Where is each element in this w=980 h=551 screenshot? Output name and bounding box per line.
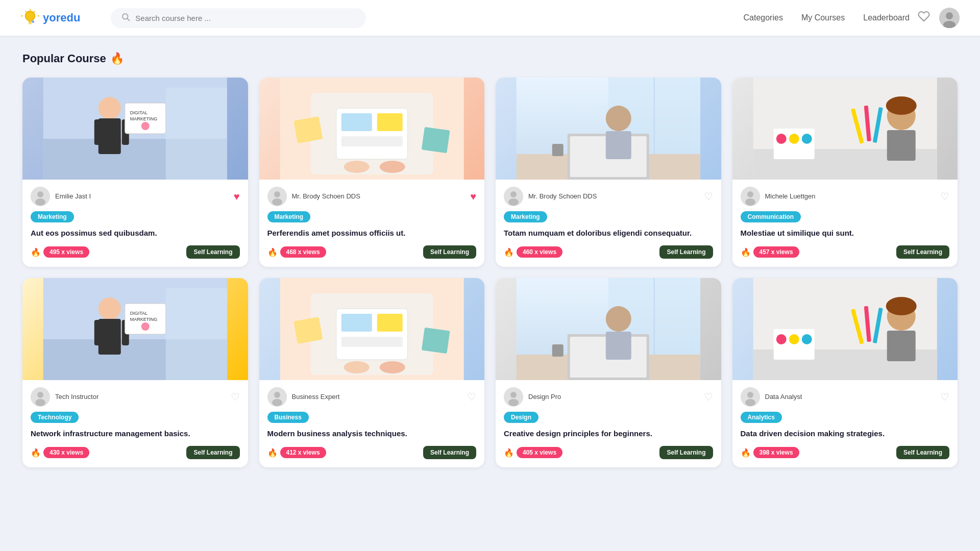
- nav-my-courses[interactable]: My Courses: [801, 13, 845, 22]
- search-icon: [121, 12, 130, 24]
- course-card[interactable]: Mr. Brody Schoen DDS ♡ Marketing Totam n…: [496, 78, 721, 267]
- self-learning-button[interactable]: Self Learning: [423, 245, 476, 259]
- instructor-info: Business Expert: [267, 387, 340, 407]
- svg-rect-49: [606, 131, 631, 159]
- like-button[interactable]: ♡: [467, 391, 476, 403]
- instructor-avatar: [31, 387, 50, 407]
- views-fire-icon: 🔥: [504, 247, 514, 257]
- svg-point-65: [886, 96, 916, 115]
- course-card[interactable]: Business Expert ♡ Business Modern busine…: [259, 278, 485, 467]
- course-meta: 🔥 405 x views Self Learning: [504, 446, 713, 459]
- svg-point-112: [776, 334, 786, 344]
- user-avatar[interactable]: [939, 8, 960, 28]
- course-grid: DIGITAL MARKETING Emilie Jast I ♥ Market…: [22, 78, 958, 467]
- like-button[interactable]: ♡: [231, 391, 240, 403]
- course-card[interactable]: DIGITAL MARKETING Tech Instructor ♡ Tech…: [22, 278, 248, 467]
- svg-rect-104: [606, 332, 631, 360]
- course-title: Perferendis amet possimus officiis ut.: [267, 228, 477, 238]
- instructor-avatar: [504, 187, 523, 206]
- svg-rect-35: [421, 127, 450, 154]
- instructor-name: Emilie Jast I: [55, 192, 91, 201]
- instructor-row: Tech Instructor ♡: [31, 387, 240, 407]
- search-input[interactable]: [135, 14, 356, 22]
- category-badge: Marketing: [504, 211, 547, 222]
- course-thumbnail: DIGITAL MARKETING: [22, 78, 248, 180]
- instructor-row: Business Expert ♡: [267, 387, 477, 407]
- self-learning-button[interactable]: Self Learning: [186, 446, 239, 459]
- course-card[interactable]: Michele Luettgen ♡ Communication Molesti…: [732, 78, 958, 267]
- instructor-avatar: [504, 387, 523, 407]
- svg-line-5: [26, 11, 26, 12]
- course-thumbnail: [259, 78, 485, 180]
- like-button[interactable]: ♡: [704, 391, 713, 403]
- svg-rect-50: [552, 144, 564, 156]
- course-meta: 🔥 457 x views Self Learning: [741, 245, 950, 259]
- instructor-avatar: [267, 387, 287, 407]
- instructor-avatar: [267, 187, 287, 206]
- instructor-row: Michele Luettgen ♡: [741, 187, 950, 206]
- instructor-info: Data Analyst: [741, 387, 802, 407]
- self-learning-button[interactable]: Self Learning: [659, 245, 713, 259]
- svg-line-4: [34, 11, 35, 12]
- course-title: Totam numquam et doloribus eligendi cons…: [504, 228, 713, 238]
- course-card[interactable]: Data Analyst ♡ Analytics Data driven dec…: [732, 278, 958, 467]
- course-thumbnail: [732, 78, 958, 180]
- svg-rect-86: [341, 314, 372, 332]
- instructor-row: Design Pro ♡: [504, 387, 713, 407]
- views-fire-icon: 🔥: [741, 247, 751, 257]
- views-count: 457 x views: [753, 246, 799, 258]
- search-bar[interactable]: [111, 8, 366, 28]
- svg-point-26: [37, 191, 43, 197]
- course-meta: 🔥 412 x views Self Learning: [267, 446, 477, 459]
- instructor-info: Michele Luettgen: [741, 187, 816, 206]
- svg-point-8: [32, 20, 34, 23]
- fire-emoji: 🔥: [110, 52, 124, 65]
- favorites-icon[interactable]: [918, 10, 930, 26]
- course-title: Creative design principles for beginners…: [504, 428, 713, 439]
- svg-point-57: [776, 134, 786, 144]
- course-thumbnail: [496, 78, 721, 180]
- svg-rect-1: [28, 21, 32, 23]
- self-learning-button[interactable]: Self Learning: [896, 446, 949, 459]
- instructor-avatar: [31, 187, 50, 206]
- like-button[interactable]: ♥: [470, 191, 476, 203]
- self-learning-button[interactable]: Self Learning: [896, 245, 949, 259]
- category-badge: Communication: [741, 211, 801, 222]
- instructor-row: Mr. Brody Schoen DDS ♥: [267, 187, 477, 206]
- course-thumbnail: [259, 278, 485, 380]
- instructor-name: Mr. Brody Schoen DDS: [528, 192, 597, 201]
- course-title: Aut eos possimus sed quibusdam.: [31, 228, 240, 238]
- svg-point-103: [606, 306, 631, 332]
- like-button[interactable]: ♡: [940, 391, 949, 403]
- self-learning-button[interactable]: Self Learning: [186, 245, 239, 259]
- views-wrap: 🔥 495 x views: [31, 246, 89, 258]
- svg-point-39: [274, 191, 280, 197]
- instructor-name: Data Analyst: [765, 393, 802, 402]
- course-card[interactable]: Mr. Brody Schoen DDS ♥ Marketing Perfere…: [259, 78, 485, 267]
- main-nav: Categories My Courses Leaderboard: [744, 13, 910, 22]
- main-content: Popular Course 🔥 DIGITAL MARKETING Emili…: [0, 36, 980, 484]
- course-thumbnail: [496, 278, 721, 380]
- course-meta: 🔥 468 x views Self Learning: [267, 245, 477, 259]
- like-button[interactable]: ♡: [704, 190, 713, 203]
- nav-categories[interactable]: Categories: [744, 13, 783, 22]
- svg-point-48: [606, 106, 631, 131]
- like-button[interactable]: ♥: [234, 191, 240, 203]
- nav-leaderboard[interactable]: Leaderboard: [863, 13, 910, 22]
- svg-point-113: [789, 334, 799, 344]
- svg-rect-31: [341, 113, 372, 131]
- course-meta: 🔥 495 x views Self Learning: [31, 245, 240, 259]
- course-card[interactable]: Design Pro ♡ Design Creative design prin…: [496, 278, 721, 467]
- course-card[interactable]: DIGITAL MARKETING Emilie Jast I ♥ Market…: [22, 78, 248, 267]
- svg-rect-119: [887, 331, 915, 361]
- self-learning-button[interactable]: Self Learning: [423, 446, 476, 459]
- views-fire-icon: 🔥: [267, 448, 278, 458]
- svg-point-36: [344, 161, 369, 173]
- like-button[interactable]: ♡: [940, 190, 949, 203]
- self-learning-button[interactable]: Self Learning: [659, 446, 713, 459]
- logo[interactable]: yoredu: [20, 8, 80, 28]
- section-title-text: Popular Course: [22, 52, 106, 65]
- views-wrap: 🔥 398 x views: [741, 447, 799, 458]
- svg-point-67: [747, 191, 753, 197]
- views-count: 430 x views: [43, 447, 89, 458]
